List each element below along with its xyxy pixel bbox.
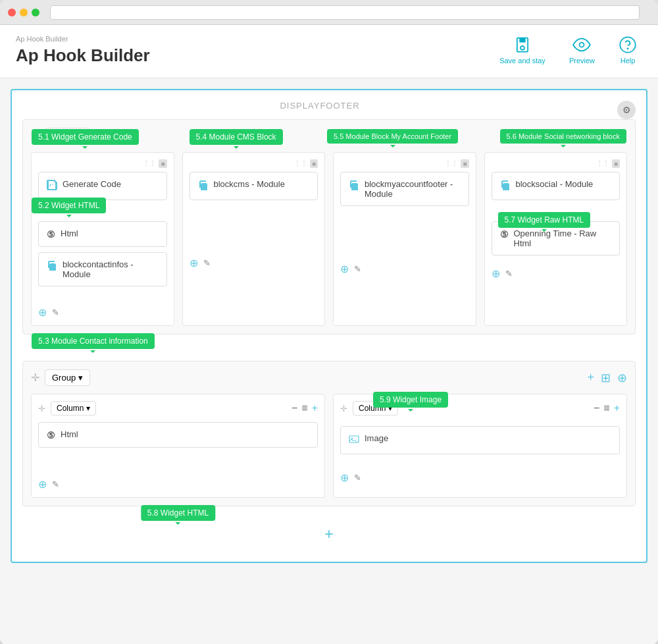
- edit-widget-btn-5[interactable]: ✎: [354, 264, 361, 274]
- widget-generate-code: Generate Code: [38, 172, 167, 200]
- col-plus-left[interactable]: +: [312, 402, 318, 414]
- pencil-square-icon: [47, 180, 57, 193]
- col-move-right[interactable]: ✛: [340, 404, 347, 414]
- close-button[interactable]: [8, 9, 16, 16]
- html5-icon-3: ⑤: [47, 430, 55, 441]
- svg-point-2: [520, 46, 524, 50]
- breadcrumb: Ap Hook Builder: [16, 35, 150, 43]
- settings-button-2[interactable]: ⊕: [617, 371, 627, 385]
- col-handle-6[interactable]: ■: [612, 159, 620, 168]
- group-header-right-2: + ⊞ ⊕: [587, 371, 627, 385]
- section-header: ⚙ DISPLAYFOOTER: [22, 101, 636, 119]
- help-button[interactable]: Help: [613, 33, 642, 67]
- group-header-2: ✛ Group ▾ + ⊞ ⊕: [31, 369, 627, 386]
- col-list-left[interactable]: ≡: [301, 402, 307, 414]
- preview-button[interactable]: Preview: [564, 33, 600, 67]
- tooltip-5-4: 5.4 Module CMS Block: [190, 129, 283, 145]
- window-chrome: Ap Hook Builder Ap Hook Builder Save and…: [0, 0, 658, 644]
- app-header: Ap Hook Builder Ap Hook Builder Save and…: [0, 25, 658, 78]
- add-column-button-2[interactable]: +: [587, 371, 594, 385]
- openning-time-label: Openning Time - Raw Html: [514, 228, 612, 248]
- page-title: Ap Hook Builder: [16, 45, 150, 66]
- col-header-left: ✛ Column ▾ − ≡ +: [38, 401, 318, 416]
- col-minus-right[interactable]: −: [594, 402, 599, 414]
- help-label: Help: [620, 57, 636, 65]
- col-list-right[interactable]: ≡: [603, 402, 609, 414]
- widget-html-1: ⑤ Html: [38, 221, 167, 247]
- col-footer-4: ⊕ ✎: [190, 253, 318, 269]
- html5-icon-1: ⑤: [47, 229, 55, 240]
- svg-rect-1: [519, 38, 525, 43]
- col-handle-5[interactable]: ■: [461, 159, 468, 168]
- move-handle-2[interactable]: ✛: [31, 371, 39, 384]
- col-dots-6: ⋮⋮: [596, 159, 609, 168]
- col-move-left[interactable]: ✛: [38, 404, 45, 414]
- canvas-settings-button[interactable]: ⚙: [617, 101, 636, 119]
- tooltip-5-7: 5.7 Widget Raw HTML: [498, 212, 591, 228]
- add-widget-btn-4[interactable]: ⊕: [190, 257, 198, 269]
- col-handle-1[interactable]: ■: [159, 159, 166, 168]
- widget-blockmyaccount: blockmyaccountfooter - Module: [340, 172, 469, 206]
- grid-button-2[interactable]: ⊞: [601, 371, 611, 385]
- add-widget-btn-5[interactable]: ⊕: [340, 263, 349, 275]
- widget-html-2: ⑤ Html: [38, 422, 318, 448]
- group-row-2: ✛ Group ▾ + ⊞ ⊕: [22, 361, 636, 506]
- edit-widget-btn-right[interactable]: ✎: [354, 473, 361, 483]
- main-content: ⚙ DISPLAYFOOTER ✛ Group ▾ + ⊞ ⊕: [0, 78, 658, 644]
- save-stay-button[interactable]: Save and stay: [494, 33, 551, 67]
- image-label: Image: [365, 433, 388, 443]
- add-widget-btn-6[interactable]: ⊕: [492, 267, 500, 280]
- image-icon: [349, 434, 359, 447]
- copy-icon-1: [47, 260, 57, 273]
- col-plus-right[interactable]: +: [614, 402, 620, 414]
- svg-rect-6: [349, 436, 359, 443]
- maximize-button[interactable]: [32, 9, 39, 16]
- save-stay-label: Save and stay: [499, 57, 545, 65]
- add-row-button[interactable]: +: [22, 517, 636, 551]
- edit-widget-btn-left[interactable]: ✎: [52, 479, 59, 489]
- col-handle-4[interactable]: ■: [310, 159, 318, 168]
- edit-widget-btn-4[interactable]: ✎: [203, 258, 211, 268]
- blockmyaccount-label: blockmyaccountfooter - Module: [365, 179, 461, 199]
- blocksocial-label: blocksocial - Module: [516, 179, 594, 189]
- column-group2-left: ✛ Column ▾ − ≡ +: [31, 394, 325, 498]
- group-row-1: ✛ Group ▾ + ⊞ ⊕: [22, 119, 636, 335]
- column-5-1: 5.1 Widget Generate Code ⋮⋮ ■: [31, 152, 174, 326]
- group-dropdown-2[interactable]: Group ▾: [45, 369, 90, 386]
- col-dots-1: ⋮⋮: [143, 159, 156, 168]
- svg-point-3: [580, 43, 584, 47]
- add-widget-btn-1[interactable]: ⊕: [38, 306, 47, 319]
- add-widget-btn-left[interactable]: ⊕: [38, 478, 47, 491]
- copy-icon-4: [500, 180, 511, 193]
- col-footer-left: ⊕ ✎: [38, 474, 318, 491]
- chevron-down-icon-2: ▾: [78, 373, 83, 383]
- svg-point-4: [620, 37, 635, 52]
- column-5-4: 5.4 Module CMS Block ⋮⋮ ■ blockcms -: [182, 152, 326, 326]
- col-dots-5: ⋮⋮: [445, 159, 458, 168]
- tooltip-5-2: 5.2 Widget HTML: [32, 198, 106, 213]
- chevron-col-left: ▾: [86, 404, 90, 413]
- col-footer-1: ⊕ ✎: [38, 302, 167, 319]
- tooltip-5-6: 5.6 Module Social networking block: [500, 129, 626, 144]
- widget-blocksocial: blocksocial - Module: [492, 172, 620, 200]
- html-label-2: Html: [61, 429, 78, 439]
- url-bar[interactable]: [50, 5, 640, 20]
- header-left: Ap Hook Builder Ap Hook Builder: [16, 35, 150, 66]
- col-minus-left[interactable]: −: [291, 402, 297, 414]
- copy-icon-3: [349, 180, 359, 193]
- tooltip-5-8: 5.8 Widget HTML: [141, 505, 215, 521]
- html-label-1: Html: [61, 228, 78, 238]
- html5-icon-2: ⑤: [500, 229, 509, 240]
- edit-widget-btn-1[interactable]: ✎: [52, 308, 59, 317]
- col-header-right-left: − ≡ +: [291, 402, 318, 414]
- add-row-icon: +: [324, 525, 334, 543]
- tooltip-5-3: 5.3 Module Contact information: [32, 333, 155, 349]
- columns-area-2: ✛ Column ▾ − ≡ +: [31, 394, 627, 498]
- add-widget-btn-right[interactable]: ⊕: [340, 471, 349, 484]
- tooltip-5-1: 5.1 Widget Generate Code: [32, 129, 139, 145]
- edit-widget-btn-6[interactable]: ✎: [505, 269, 513, 279]
- minimize-button[interactable]: [20, 9, 28, 16]
- group-header-left-2: ✛ Group ▾: [31, 369, 90, 386]
- widget-blockcontact: blockcontactinfos - Module: [38, 252, 167, 286]
- col-dropdown-left[interactable]: Column ▾: [51, 401, 96, 416]
